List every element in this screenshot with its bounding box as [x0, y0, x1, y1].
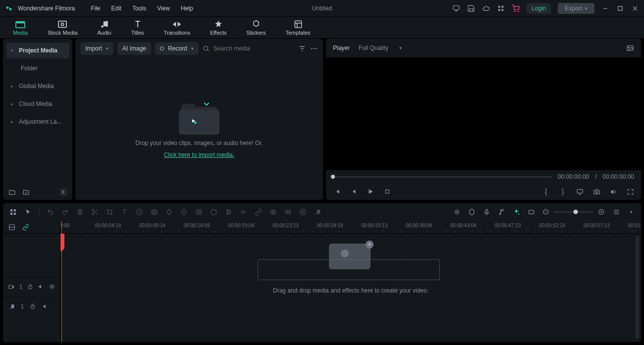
- music-icon[interactable]: [314, 208, 322, 216]
- fullscreen-icon[interactable]: [626, 188, 634, 196]
- lock-icon[interactable]: [27, 283, 33, 291]
- collapse-sidebar-icon[interactable]: [59, 188, 67, 196]
- grid-icon[interactable]: [9, 208, 17, 216]
- cursor-icon[interactable]: [24, 208, 32, 216]
- cloud-icon[interactable]: [482, 4, 490, 12]
- timeline-tracks[interactable]: + Drag and drop media and effects here t…: [60, 234, 641, 342]
- rotate-icon[interactable]: [210, 208, 217, 216]
- text-icon[interactable]: [120, 208, 128, 216]
- menu-file[interactable]: File: [91, 5, 100, 12]
- folder-icon[interactable]: [22, 188, 30, 196]
- mark-in-icon[interactable]: {: [542, 188, 550, 196]
- close-button[interactable]: [631, 4, 639, 12]
- speed-icon[interactable]: [135, 208, 143, 216]
- drop-slot[interactable]: [258, 259, 440, 280]
- menu-view[interactable]: View: [157, 5, 170, 12]
- track-manager-icon[interactable]: [8, 223, 16, 231]
- render-icon[interactable]: [299, 208, 307, 216]
- scrubber-track[interactable]: [333, 176, 552, 178]
- detach-icon[interactable]: [254, 208, 262, 216]
- zoom-knob[interactable]: [574, 210, 578, 214]
- timeline-scrollbar[interactable]: [636, 236, 639, 339]
- sidebar-item-project-media[interactable]: ▾Project Media: [6, 43, 69, 58]
- delete-icon[interactable]: [76, 208, 84, 216]
- audio-track-header[interactable]: 1: [3, 296, 60, 316]
- export-button[interactable]: Export▾: [558, 3, 594, 14]
- import-link[interactable]: Click here to import media.: [164, 151, 235, 158]
- cart-icon[interactable]: [512, 4, 520, 12]
- marker2-icon[interactable]: [284, 208, 292, 216]
- tab-templates[interactable]: Templates: [282, 19, 313, 37]
- duration-icon[interactable]: [180, 208, 188, 216]
- mask-icon[interactable]: [195, 208, 203, 216]
- timeline-options-icon[interactable]: ▾: [627, 208, 635, 216]
- timeline-ruler[interactable]: 00:0000:00:04:1900:00:09:1400:00:14:0900…: [60, 221, 641, 234]
- prev-frame-icon[interactable]: [333, 188, 341, 196]
- search-input[interactable]: [214, 45, 294, 52]
- marker-icon[interactable]: [468, 208, 476, 216]
- filter-icon[interactable]: [298, 45, 306, 52]
- adjust-icon[interactable]: [224, 208, 232, 216]
- mark-out-icon[interactable]: }: [559, 188, 567, 196]
- video-track-header[interactable]: 1: [3, 277, 60, 296]
- voiceover-icon[interactable]: [483, 208, 490, 216]
- group-icon[interactable]: [269, 208, 277, 216]
- audio-adjust-icon[interactable]: [239, 208, 247, 216]
- mixer-icon[interactable]: [497, 208, 505, 216]
- mute-icon[interactable]: [38, 283, 44, 291]
- tab-stock-media[interactable]: Stock Media: [45, 19, 81, 37]
- player-viewport[interactable]: [326, 57, 641, 170]
- stop-icon[interactable]: [383, 188, 391, 196]
- sidebar-item-adjustment-layer[interactable]: ▸Adjustment La...: [6, 114, 69, 130]
- new-folder-icon[interactable]: [8, 188, 16, 196]
- media-dropzone[interactable]: Drop your video clips, images, or audio …: [75, 58, 323, 200]
- login-button[interactable]: Login: [527, 3, 551, 14]
- crop-icon[interactable]: [106, 208, 113, 216]
- auto-icon[interactable]: [453, 208, 461, 216]
- maximize-button[interactable]: [616, 4, 624, 12]
- redo-icon[interactable]: [61, 208, 69, 216]
- menu-help[interactable]: Help: [181, 5, 193, 12]
- timeline-body[interactable]: 00:0000:00:04:1900:00:09:1400:00:14:0900…: [60, 221, 641, 342]
- volume-icon[interactable]: [609, 188, 617, 196]
- sidebar-item-global-media[interactable]: ▸Global Media: [6, 78, 69, 94]
- menu-tools[interactable]: Tools: [132, 5, 146, 12]
- lock-icon[interactable]: [29, 302, 37, 310]
- playhead[interactable]: [61, 221, 62, 342]
- link-icon[interactable]: [22, 223, 30, 231]
- scrubber-knob[interactable]: [331, 175, 335, 179]
- frame-icon[interactable]: [527, 208, 535, 216]
- camera-icon[interactable]: [592, 188, 600, 196]
- ai-tool-icon[interactable]: [512, 208, 520, 216]
- tab-audio[interactable]: Audio: [95, 19, 114, 37]
- list-view-icon[interactable]: [612, 208, 620, 216]
- tab-transitions[interactable]: Transitions: [161, 19, 193, 37]
- undo-icon[interactable]: [46, 208, 54, 216]
- sidebar-item-folder[interactable]: Folder: [6, 60, 69, 76]
- apps-icon[interactable]: [497, 4, 505, 12]
- sidebar-item-cloud-media[interactable]: ▸Cloud Media: [6, 96, 69, 112]
- screen-icon[interactable]: [452, 4, 460, 12]
- keyframe-icon[interactable]: [165, 208, 173, 216]
- tab-effects[interactable]: Effects: [207, 19, 229, 37]
- zoom-slider[interactable]: [554, 211, 593, 213]
- minimize-button[interactable]: [601, 4, 609, 12]
- tab-stickers[interactable]: Stickers: [243, 19, 268, 37]
- quality-select[interactable]: Full Quality▾: [359, 45, 402, 51]
- mute-icon[interactable]: [42, 302, 50, 310]
- menu-edit[interactable]: Edit: [111, 5, 122, 12]
- zoom-in-icon[interactable]: [597, 208, 605, 216]
- color-icon[interactable]: [150, 208, 158, 216]
- play-icon[interactable]: [367, 188, 375, 196]
- import-button[interactable]: Import▾: [80, 42, 113, 55]
- more-icon[interactable]: [310, 45, 318, 52]
- snapshot-icon[interactable]: [626, 44, 634, 52]
- split-icon[interactable]: [91, 208, 99, 216]
- zoom-out-icon[interactable]: [542, 208, 550, 216]
- tab-titles[interactable]: Titles: [128, 19, 147, 37]
- tab-media[interactable]: Media: [10, 19, 31, 37]
- record-button[interactable]: Record▾: [155, 42, 199, 55]
- ai-image-button[interactable]: AI Image: [117, 42, 151, 55]
- visibility-icon[interactable]: [49, 283, 55, 291]
- search-field[interactable]: [203, 45, 294, 52]
